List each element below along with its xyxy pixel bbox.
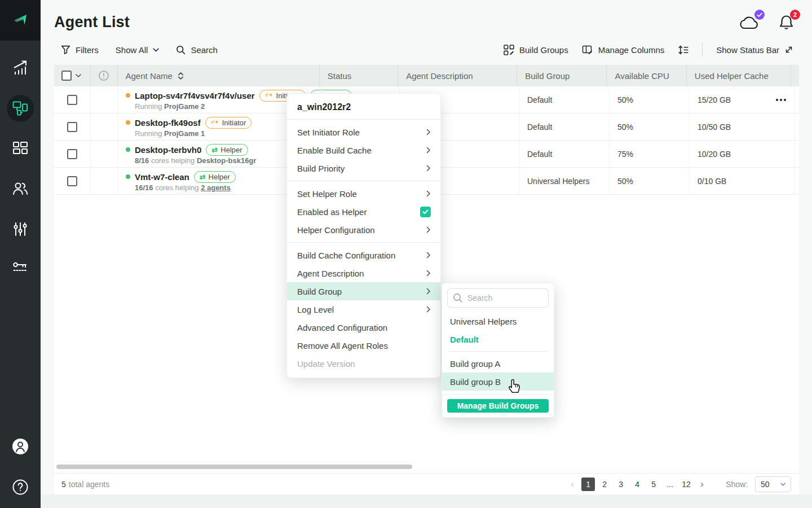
option-label: Universal Helpers (450, 317, 517, 326)
sidebar-item-builds[interactable] (0, 139, 41, 156)
alert-circle-icon (98, 70, 109, 81)
column-header-used-helper-cache[interactable]: Used Helper Cache (686, 65, 791, 86)
row-alert-cell (90, 86, 117, 113)
checked-checkbox[interactable] (420, 207, 431, 217)
page-button-3[interactable]: 3 (614, 478, 628, 491)
prev-page-button[interactable]: ‹ (566, 478, 579, 491)
agent-name: Desktop-terbvh0 (135, 145, 201, 155)
column-header-available-cpu[interactable]: Available CPU (606, 65, 686, 86)
agents-network-icon (12, 100, 29, 117)
help-icon (11, 478, 29, 496)
next-page-button[interactable]: › (696, 478, 708, 491)
submenu-option-build-group-a[interactable]: Build group A (442, 354, 554, 373)
menu-item-label: Set Initiator Role (297, 128, 360, 137)
row-checkbox[interactable] (67, 149, 77, 159)
menu-item-agent-description[interactable]: Agent Description (287, 264, 440, 282)
cpu-value: 50% (617, 95, 633, 104)
show-all-label: Show All (116, 45, 148, 55)
sort-rows-button[interactable] (678, 45, 689, 55)
manage-columns-button[interactable]: Manage Columns (582, 45, 665, 55)
status-dot (126, 93, 130, 98)
menu-item-enable-build-cache[interactable]: Enable Build Cache (287, 141, 440, 159)
row-more-options-button[interactable] (776, 86, 786, 113)
build-groups-button[interactable]: Build Groups (504, 45, 568, 55)
table-header: Agent Name Status Agent Description Buil… (54, 65, 799, 86)
submenu-option-default[interactable]: Default (442, 330, 554, 348)
submenu-option-universal-helpers[interactable]: Universal Helpers (442, 312, 554, 330)
swap-arrows-icon: ⇄ (200, 173, 206, 181)
menu-item-set-helper-role[interactable]: Set Helper Role (287, 185, 440, 203)
row-checkbox[interactable] (67, 95, 77, 105)
cloud-check-badge (754, 10, 765, 20)
column-header-agent-name[interactable]: Agent Name (117, 65, 319, 86)
notifications-button[interactable]: 2 (778, 14, 795, 32)
menu-item-enabled-as-helper[interactable]: Enabled as Helper (287, 203, 440, 221)
page-size-value: 50 (761, 480, 770, 489)
filter-funnel-icon (61, 45, 70, 55)
menu-item-build-cache-configuration[interactable]: Build Cache Configuration (287, 246, 440, 264)
menu-item-label: Log Level (297, 305, 334, 314)
column-header-agent-description[interactable]: Agent Description (398, 65, 517, 86)
page-button-4[interactable]: 4 (630, 478, 644, 491)
submenu-option-build-group-b[interactable]: Build group B (442, 373, 554, 391)
build-group-value: Default (527, 150, 552, 159)
sidebar-item-profile[interactable] (0, 437, 41, 456)
menu-item-set-initiator-role[interactable]: Set Initiator Role (287, 123, 440, 141)
menu-item-build-group[interactable]: Build Group (287, 282, 440, 300)
menu-item-log-level[interactable]: Log Level (287, 300, 440, 318)
column-header-status[interactable]: Status (319, 65, 398, 86)
menu-item-remove-all-agent-roles[interactable]: Remove All Agent Roles (287, 336, 440, 354)
manage-columns-label: Manage Columns (598, 45, 665, 55)
menu-item-build-priority[interactable]: Build Priority (287, 159, 440, 177)
show-label: Show: (726, 480, 748, 489)
page-button-2[interactable]: 2 (598, 478, 611, 491)
agent-subtitle: Running (135, 129, 162, 138)
search-button[interactable]: Search (176, 45, 218, 55)
helped-agents-link[interactable]: 2 agents (201, 183, 231, 192)
show-all-dropdown[interactable]: Show All (116, 45, 160, 55)
sidebar-item-users[interactable] (0, 180, 41, 197)
sidebar-item-help[interactable] (0, 478, 41, 496)
cloud-status-button[interactable] (738, 14, 760, 30)
row-checkbox[interactable] (67, 176, 77, 186)
menu-item-advanced-configuration[interactable]: Advanced Configuration (287, 318, 440, 336)
sidebar-item-agents[interactable] (7, 95, 34, 122)
submenu-footer: Manage Build Groups (442, 394, 554, 413)
toolbar-left: Filters Show All Search (61, 41, 218, 59)
sidebar-item-licenses[interactable] (0, 261, 41, 274)
header-gutter-cell (791, 65, 799, 86)
agent-context-menu: a_win2012r2 Set Initiator Role Enable Bu… (286, 93, 441, 378)
agent-subtitle-cores: 16/16 (135, 183, 153, 192)
build-group-header-label: Build Group (525, 71, 570, 81)
tag-label: Helper (220, 146, 242, 154)
show-status-bar-button[interactable]: Show Status Bar (716, 45, 793, 55)
cache-value: 10/20 GB (698, 150, 731, 159)
sort-chevrons-icon[interactable] (178, 72, 184, 80)
search-label: Search (191, 45, 218, 55)
page-button-5[interactable]: 5 (647, 478, 660, 491)
page-button-1[interactable]: 1 (581, 478, 595, 491)
used-helper-cache-cell: 0/10 GB (689, 168, 794, 194)
horizontal-scrollbar-thumb[interactable] (56, 465, 412, 469)
app-logo[interactable] (0, 0, 41, 41)
helper-tag: ⇄ Helper (194, 171, 236, 183)
menu-item-label: Build Group (297, 287, 342, 296)
build-group-cell: Default (519, 86, 609, 113)
sidebar-item-settings[interactable] (0, 221, 41, 238)
sidebar-item-analytics[interactable] (0, 59, 41, 77)
manage-columns-icon (582, 45, 593, 55)
status-dot (126, 147, 130, 152)
manage-build-groups-button[interactable]: Manage Build Groups (447, 399, 549, 413)
page-size-select[interactable]: 50 (755, 476, 791, 492)
filters-button[interactable]: Filters (61, 45, 99, 55)
select-dropdown-chevron-icon[interactable] (76, 74, 81, 77)
submenu-search-input[interactable] (467, 294, 543, 303)
column-header-build-group[interactable]: Build Group (517, 65, 606, 86)
select-all-checkbox[interactable] (61, 71, 72, 81)
option-label: Build group B (450, 377, 501, 387)
status-dot (126, 120, 130, 125)
row-checkbox[interactable] (67, 122, 77, 132)
page-button-12[interactable]: 12 (679, 478, 693, 491)
menu-item-helper-configuration[interactable]: Helper Configuration (287, 221, 440, 239)
header-alert-cell (90, 65, 117, 86)
